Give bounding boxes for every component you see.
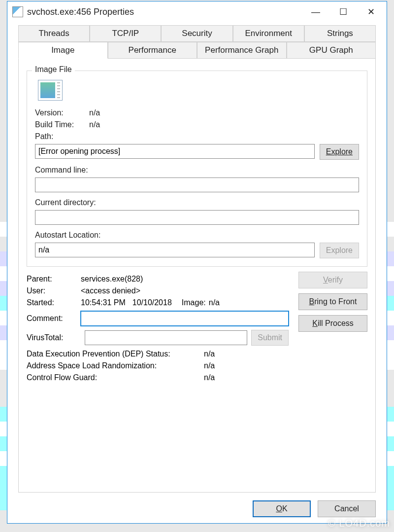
cancel-button[interactable]: Cancel bbox=[318, 500, 376, 517]
ok-button[interactable]: OK bbox=[253, 500, 311, 517]
kill-process-button[interactable]: Kill Process bbox=[298, 315, 367, 332]
cfg-label: Control Flow Guard: bbox=[27, 373, 204, 382]
window-title: svchost.exe:456 Properties bbox=[27, 7, 302, 17]
tab-security[interactable]: Security bbox=[161, 25, 232, 42]
cfg-value: n/a bbox=[204, 373, 215, 382]
version-value: n/a bbox=[89, 108, 100, 117]
user-value: <access denied> bbox=[81, 286, 140, 295]
watermark: © LO4D.com bbox=[328, 518, 390, 529]
tab-page-image: Image File Version: n/a Build Time: n/a … bbox=[18, 59, 376, 493]
path-label: Path: bbox=[35, 132, 53, 141]
parent-label: Parent: bbox=[27, 275, 81, 284]
dep-label: Data Execution Prevention (DEP) Status: bbox=[27, 350, 204, 358]
tab-gpu-graph[interactable]: GPU Graph bbox=[287, 42, 376, 59]
autostart-field[interactable] bbox=[35, 243, 315, 257]
group-label: Image File bbox=[32, 65, 75, 74]
curdir-field[interactable] bbox=[35, 210, 359, 225]
version-label: Version: bbox=[35, 108, 89, 117]
verify-button: Verify bbox=[298, 272, 367, 288]
process-file-icon bbox=[38, 80, 63, 101]
comment-field[interactable] bbox=[81, 311, 289, 326]
parent-value: services.exe(828) bbox=[81, 275, 143, 284]
dialog-footer: OK Cancel bbox=[253, 500, 376, 517]
started-date: 10/10/2018 bbox=[132, 298, 172, 307]
started-time: 10:54:31 PM bbox=[81, 298, 126, 307]
autostart-label: Autostart Location: bbox=[35, 231, 100, 240]
tab-strings[interactable]: Strings bbox=[304, 25, 376, 42]
explore-autostart-button: Explore bbox=[320, 243, 359, 258]
titlebar[interactable]: svchost.exe:456 Properties — ☐ ✕ bbox=[7, 1, 387, 22]
comment-label: Comment: bbox=[27, 314, 81, 323]
curdir-label: Current directory: bbox=[35, 198, 96, 207]
tab-threads[interactable]: Threads bbox=[18, 25, 90, 42]
user-label: User: bbox=[27, 286, 81, 295]
submit-virustotal-button: Submit bbox=[251, 330, 289, 346]
maximize-button[interactable]: ☐ bbox=[329, 2, 357, 21]
cmdline-label: Command line: bbox=[35, 166, 88, 175]
tab-row-2: Image Performance Performance Graph GPU … bbox=[18, 42, 376, 59]
tab-image[interactable]: Image bbox=[18, 42, 108, 59]
tab-tcpip[interactable]: TCP/IP bbox=[90, 25, 161, 42]
image-arch-label: Image: bbox=[182, 298, 206, 307]
started-label: Started: bbox=[27, 298, 81, 307]
aslr-value: n/a bbox=[204, 361, 215, 370]
app-icon bbox=[12, 6, 23, 17]
dep-value: n/a bbox=[204, 350, 215, 358]
close-button[interactable]: ✕ bbox=[357, 2, 385, 21]
virustotal-label: VirusTotal: bbox=[27, 333, 81, 342]
minimize-button[interactable]: — bbox=[302, 2, 329, 21]
explore-path-button[interactable]: Explore bbox=[320, 144, 359, 160]
aslr-label: Address Space Load Randomization: bbox=[27, 361, 204, 370]
cmdline-field[interactable] bbox=[35, 177, 359, 192]
path-field[interactable] bbox=[35, 144, 315, 159]
tab-environment[interactable]: Environment bbox=[233, 25, 304, 42]
tab-performance[interactable]: Performance bbox=[108, 42, 197, 59]
tab-performance-graph[interactable]: Performance Graph bbox=[197, 42, 287, 59]
bring-to-front-button[interactable]: Bring to Front bbox=[298, 293, 367, 310]
properties-dialog: svchost.exe:456 Properties — ☐ ✕ Threads… bbox=[7, 1, 387, 524]
image-arch-value: n/a bbox=[209, 298, 220, 307]
group-image-file: Image File Version: n/a Build Time: n/a … bbox=[27, 71, 367, 267]
tab-row-1: Threads TCP/IP Security Environment Stri… bbox=[18, 25, 376, 42]
virustotal-field[interactable] bbox=[85, 330, 247, 345]
buildtime-label: Build Time: bbox=[35, 120, 89, 129]
buildtime-value: n/a bbox=[89, 120, 100, 129]
